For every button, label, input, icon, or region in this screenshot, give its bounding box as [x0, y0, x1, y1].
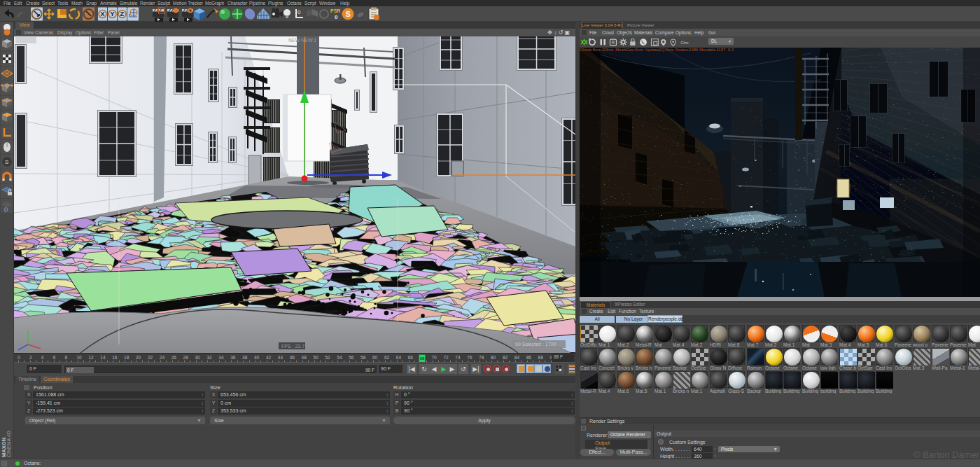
svg-text:0: 0: [335, 14, 338, 20]
svg-text:S: S: [346, 10, 351, 18]
svg-text:R: R: [612, 40, 615, 45]
svg-text:NEW NEW.1: NEW NEW.1: [288, 38, 316, 43]
svg-text:X: X: [101, 11, 105, 18]
svg-text:PSR: PSR: [330, 8, 340, 13]
svg-text:FPS : 23.7: FPS : 23.7: [281, 344, 304, 349]
svg-text:(）: (）: [4, 207, 10, 212]
svg-text:S: S: [5, 159, 8, 165]
svg-text:Y: Y: [111, 11, 115, 18]
svg-text:0: 0: [298, 9, 301, 15]
svg-text:90 Selected : 1700: 90 Selected : 1700: [515, 342, 556, 347]
svg-text:Chn:: Chn:: [680, 41, 690, 45]
svg-text:Z: Z: [120, 11, 125, 18]
